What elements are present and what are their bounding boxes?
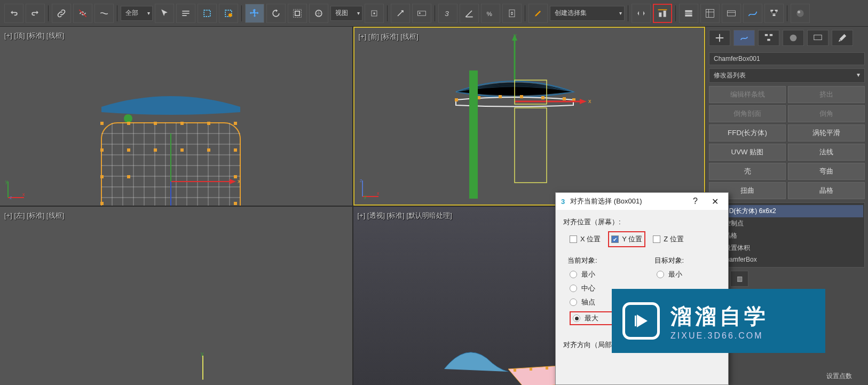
align-position-label: 对齐位置（屏幕）: xyxy=(563,217,721,227)
svg-text:y: y xyxy=(5,179,8,184)
pivot-button[interactable] xyxy=(365,4,384,23)
watermark-url: ZIXUE.3D66.COM xyxy=(670,331,769,341)
modify-tab[interactable] xyxy=(733,30,755,46)
stack-item-ffd[interactable]: ▾FFD(长方体) 6x6x2 xyxy=(711,205,863,217)
mod-btn-uvwmap[interactable]: UVW 贴图 xyxy=(709,144,786,161)
percent-snap-button[interactable]: % xyxy=(481,4,500,23)
svg-rect-93 xyxy=(563,97,566,100)
svg-rect-55 xyxy=(180,122,184,125)
ref-coord-label: 视图 xyxy=(335,9,348,18)
svg-rect-92 xyxy=(541,96,545,99)
select-object-button[interactable] xyxy=(155,4,174,23)
svg-point-5 xyxy=(228,13,232,17)
svg-rect-15 xyxy=(509,10,515,17)
svg-marker-76 xyxy=(230,179,236,184)
svg-rect-0 xyxy=(182,11,189,12)
viewport-top-label: [+] [顶] [标准] [线框] xyxy=(4,31,64,41)
viewport-front[interactable]: [+] [前] [标准] [线框] y x xyxy=(353,27,706,206)
svg-rect-60 xyxy=(154,148,157,152)
mod-btn-bevel[interactable]: 倒角 xyxy=(788,105,865,122)
move-button[interactable] xyxy=(245,4,264,23)
schematic-view-button[interactable] xyxy=(764,4,784,23)
stack-sub-control-points[interactable]: 控制点 xyxy=(711,217,863,230)
select-by-name-button[interactable] xyxy=(176,4,195,23)
spinner-snap-button[interactable] xyxy=(502,4,522,23)
mod-btn-lattice[interactable]: 晶格 xyxy=(788,182,865,199)
svg-rect-57 xyxy=(234,122,237,125)
scale-button[interactable] xyxy=(288,4,307,23)
z-position-checkbox[interactable]: Z 位置 xyxy=(653,231,684,247)
align-button[interactable] xyxy=(653,4,672,23)
ref-coord-dropdown[interactable]: 视图 xyxy=(330,6,362,21)
current-min-radio[interactable]: 最小 xyxy=(570,270,634,279)
svg-rect-120 xyxy=(767,39,770,41)
edit-set-button[interactable] xyxy=(528,4,548,23)
svg-rect-11 xyxy=(418,11,426,15)
svg-text:z: z xyxy=(10,195,12,200)
snap-toggle-button[interactable]: 3 xyxy=(438,4,457,23)
svg-text:x: x xyxy=(22,192,25,197)
selection-filter-dropdown[interactable]: 全部 xyxy=(121,6,153,21)
link-button[interactable] xyxy=(52,4,71,23)
named-selection-dropdown[interactable]: 创建选择集 xyxy=(550,6,625,21)
mod-btn-bend[interactable]: 弯曲 xyxy=(788,163,865,180)
svg-point-27 xyxy=(798,11,800,13)
current-object-label: 当前对象: xyxy=(563,256,634,265)
stack-sub-lattice[interactable]: 晶格 xyxy=(711,230,863,242)
target-min-radio[interactable]: 最小 xyxy=(657,270,721,279)
curve-editor-button[interactable] xyxy=(743,4,762,23)
rect-select-button[interactable] xyxy=(198,4,217,23)
y-position-checkbox[interactable]: ✔Y 位置 xyxy=(608,231,645,247)
rotate-button[interactable] xyxy=(266,4,286,23)
viewport-left[interactable]: [+] [左] [标准] [线框] y xyxy=(0,207,352,386)
viewport-top[interactable]: [+] [顶] [标准] [线框] xyxy=(0,27,352,206)
hierarchy-tab[interactable] xyxy=(758,30,779,46)
utilities-tab[interactable] xyxy=(832,30,853,46)
svg-rect-64 xyxy=(100,175,104,178)
angle-snap-button[interactable] xyxy=(460,4,479,23)
motion-tab[interactable] xyxy=(783,30,804,46)
dialog-title: 对齐当前选择 (Box001) xyxy=(570,197,642,206)
stack-sub-setvolume[interactable]: 设置体积 xyxy=(711,242,863,254)
create-tab[interactable] xyxy=(709,30,730,46)
stack-item-base[interactable]: ChamferBox xyxy=(711,254,863,265)
svg-rect-58 xyxy=(100,148,104,152)
redo-button[interactable] xyxy=(26,4,45,23)
svg-marker-96 xyxy=(580,99,587,104)
svg-text:x: x xyxy=(238,178,241,184)
mod-btn-normal[interactable]: 法线 xyxy=(788,144,865,161)
mod-btn-ffdbox[interactable]: FFD(长方体) xyxy=(709,124,786,142)
svg-point-121 xyxy=(790,35,797,42)
modifier-stack[interactable]: ▾FFD(长方体) 6x6x2 控制点 晶格 设置体积 ChamferBox xyxy=(709,202,865,268)
mod-btn-turbosmooth[interactable]: 涡轮平滑 xyxy=(788,124,865,142)
undo-button[interactable] xyxy=(4,4,23,23)
material-editor-button[interactable] xyxy=(791,4,810,23)
display-tab[interactable] xyxy=(807,30,828,46)
show-end-result-button[interactable]: ▥ xyxy=(730,271,748,287)
window-crossing-button[interactable] xyxy=(219,4,238,23)
mod-btn-shell[interactable]: 壳 xyxy=(709,163,786,180)
object-name-field[interactable]: ChamferBox001 xyxy=(709,52,865,65)
keyboard-shortcut-button[interactable] xyxy=(412,4,431,23)
ribbon-button[interactable] xyxy=(722,4,741,23)
modifier-list-dropdown[interactable]: 修改器列表▾ xyxy=(709,68,865,83)
mirror-button[interactable] xyxy=(632,4,651,23)
svg-rect-119 xyxy=(770,34,772,36)
svg-text:x: x xyxy=(588,98,591,104)
mod-btn-editspline[interactable]: 编辑样条线 xyxy=(709,86,786,103)
mod-btn-bevelprofile[interactable]: 倒角剖面 xyxy=(709,105,786,122)
scene-explorer-button[interactable] xyxy=(700,4,720,23)
layer-explorer-button[interactable] xyxy=(679,4,698,23)
bind-spacewarp-button[interactable] xyxy=(94,4,114,23)
svg-rect-118 xyxy=(765,34,768,36)
modifier-list-label: 修改器列表 xyxy=(714,71,746,80)
dialog-close-button[interactable]: ✕ xyxy=(707,195,723,208)
manipulate-button[interactable] xyxy=(391,4,410,23)
unlink-button[interactable] xyxy=(73,4,92,23)
placement-button[interactable] xyxy=(309,4,328,23)
svg-rect-22 xyxy=(728,11,736,16)
dialog-help-button[interactable]: ? xyxy=(689,195,702,207)
svg-rect-1 xyxy=(182,13,189,14)
mod-btn-extrude[interactable]: 挤出 xyxy=(788,86,865,103)
x-position-checkbox[interactable]: X 位置 xyxy=(570,231,601,247)
